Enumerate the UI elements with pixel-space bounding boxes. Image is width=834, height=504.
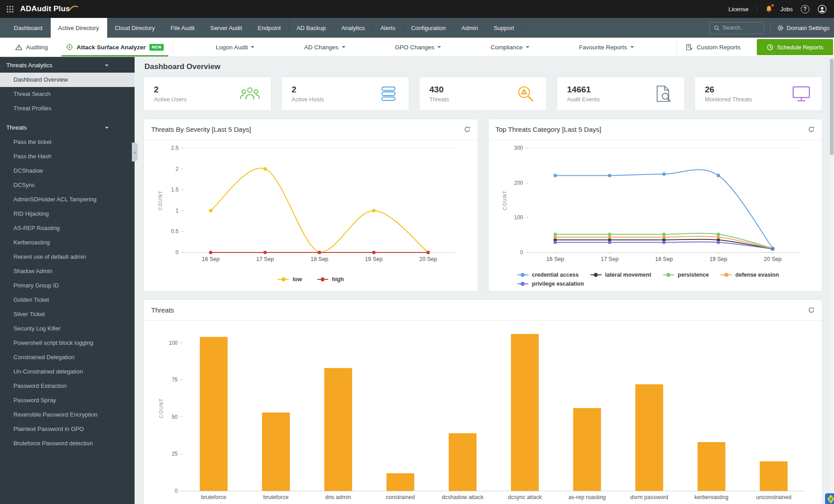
- chevron-down-icon: [105, 65, 109, 68]
- sidebar-item-bruteforce-password-detection[interactable]: Bruteforce Password detection: [0, 436, 135, 451]
- sidebar-item-pass-the-hash[interactable]: Pass the Hash: [0, 149, 135, 164]
- legend-item-low[interactable]: low: [278, 276, 302, 282]
- stat-card-audit-events[interactable]: 14661Audit Events: [557, 77, 685, 111]
- nav-tab-dashboard[interactable]: Dashboard: [6, 18, 51, 38]
- sidebar-section-label: Threats Analytics: [6, 62, 52, 69]
- subnav-menu-gpo-changes[interactable]: GPO Changes: [395, 44, 441, 51]
- sidebar-item-threat-search[interactable]: Threat Search: [0, 87, 135, 101]
- subnav-menu-logon-audit[interactable]: Logon Audit: [216, 44, 254, 51]
- subnav-menu-ad-changes[interactable]: AD Changes: [304, 44, 345, 51]
- legend-label: persistence: [678, 272, 709, 278]
- nav-tab-server-audit[interactable]: Server Audit: [203, 18, 250, 38]
- legend-item-privilege-escalation[interactable]: privilege escalation: [517, 281, 584, 287]
- stat-card-threats[interactable]: 430Threats: [419, 77, 547, 111]
- sidebar-item-dcsync[interactable]: DCSync: [0, 178, 135, 192]
- sidebar-item-primary-group-id[interactable]: Primary Group ID: [0, 278, 135, 293]
- sidebar-item-silver-ticket[interactable]: Silver Ticket: [0, 307, 135, 322]
- threats-refresh-icon[interactable]: [808, 307, 815, 313]
- schedule-reports-label: Schedule Reports: [777, 44, 823, 51]
- severity-refresh-icon[interactable]: [464, 126, 471, 133]
- threats-by-severity-panel: Threats By Severity [Last 5 Days] 00.511…: [144, 119, 478, 291]
- chevron-down-icon: [437, 46, 441, 50]
- custom-reports-button[interactable]: Custom Reports: [677, 38, 750, 56]
- svg-text:bruteforce: bruteforce: [201, 494, 226, 500]
- category-refresh-icon[interactable]: [808, 126, 815, 133]
- user-avatar-icon[interactable]: [817, 4, 827, 14]
- nav-tab-cloud-directory[interactable]: Cloud Directory: [107, 18, 163, 38]
- sidebar-item-plaintext-password-in-gpo[interactable]: Plaintext Password in GPO: [0, 422, 135, 436]
- stat-label: Threats: [429, 96, 449, 103]
- svg-text:kerberoasting: kerberoasting: [694, 494, 729, 500]
- sidebar-item-shadow-admin[interactable]: Shadow Admin: [0, 264, 135, 278]
- sidebar-item-reversible-password-encryption[interactable]: Reversible Password Encryption: [0, 408, 135, 422]
- subnav-menu-favourite-reports[interactable]: Favourite Reports: [579, 44, 633, 51]
- sidebar-nav: Threats AnalyticsDashboard OverviewThrea…: [0, 57, 135, 451]
- search-box[interactable]: [709, 22, 764, 34]
- sidebar-item-security-log-killer[interactable]: Security Log Killer: [0, 322, 135, 336]
- sidebar-section-label: Threats: [6, 124, 27, 131]
- sidebar-section-threats-analytics[interactable]: Threats Analytics: [0, 57, 135, 73]
- sidebar-section-threats[interactable]: Threats: [0, 119, 135, 135]
- svg-text:18 Sep: 18 Sep: [310, 256, 328, 262]
- stat-card-active-hosts[interactable]: 2Active Hosts: [281, 77, 409, 111]
- nav-tab-support[interactable]: Support: [486, 18, 522, 38]
- sidebar-item-pass-the-ticket[interactable]: Pass the ticket: [0, 135, 135, 149]
- schedule-reports-button[interactable]: Schedule Reports: [757, 39, 833, 55]
- topbar-left: ADAudit Plus: [6, 4, 78, 13]
- legend-item-credential-access[interactable]: credential access: [517, 272, 579, 278]
- search-input[interactable]: [723, 25, 760, 31]
- sidebar-item-password-spray[interactable]: Password Spray: [0, 393, 135, 408]
- sidebar-item-rid-hijacking[interactable]: RID Hijacking: [0, 207, 135, 221]
- nav-tab-configuration[interactable]: Configuration: [403, 18, 454, 38]
- legend-label: lateral movement: [605, 272, 651, 278]
- jobs-link[interactable]: Jobs: [781, 6, 793, 13]
- corner-widget-icon[interactable]: [825, 493, 834, 504]
- sidebar-item-as-rep-roasting[interactable]: AS-REP Roasting: [0, 221, 135, 235]
- nav-tab-ad-backup[interactable]: AD Backup: [289, 18, 334, 38]
- nav-tab-alerts[interactable]: Alerts: [373, 18, 403, 38]
- help-icon[interactable]: ?: [801, 5, 809, 13]
- legend-item-lateral-movement[interactable]: lateral movement: [590, 272, 651, 278]
- sidebar-item-constrained-delegation[interactable]: Constrained Delegation: [0, 350, 135, 365]
- legend-item-defense-evasion[interactable]: defense evasion: [720, 272, 779, 278]
- sidebar-item-recent-use-of-default-admin[interactable]: Recent use of default admin: [0, 250, 135, 264]
- sidebar-item-golden-ticket[interactable]: Golden Ticket: [0, 293, 135, 307]
- subnav-menu-compliance[interactable]: Compliance: [491, 44, 529, 51]
- sidebar-item-threat-profiles[interactable]: Threat Profiles: [0, 101, 135, 116]
- sidebar-item-adminsdholder-acl-tampering[interactable]: AdminSDHolder ACL Tampering: [0, 192, 135, 207]
- sidebar-item-dcshadow[interactable]: DCShadow: [0, 164, 135, 178]
- sidebar-item-kerberoasting[interactable]: Kerberoasting: [0, 235, 135, 250]
- scrollbar-thumb[interactable]: [830, 59, 834, 155]
- legend-label: high: [332, 276, 344, 282]
- license-link[interactable]: License: [729, 6, 749, 13]
- app-grid-icon[interactable]: [6, 5, 14, 13]
- sidebar-collapse-handle[interactable]: ‹: [132, 143, 138, 161]
- notifications-bell-icon[interactable]: [765, 5, 773, 13]
- domain-settings-button[interactable]: Domain Settings: [770, 22, 830, 34]
- panel-head: Threats By Severity [Last 5 Days]: [144, 119, 478, 140]
- sidebar-item-un-constrained-delegation[interactable]: Un-Constrained delegation: [0, 365, 135, 379]
- svg-text:COUNT: COUNT: [157, 190, 163, 210]
- stat-card-monitored-threats[interactable]: 26Monitored Threats: [694, 77, 822, 111]
- nav-tab-admin[interactable]: Admin: [454, 18, 486, 38]
- nav-tab-endpoint[interactable]: Endpoint: [250, 18, 289, 38]
- nav-tab-file-audit[interactable]: File Audit: [163, 18, 202, 38]
- panel-head: Threats: [144, 300, 822, 321]
- tab-attack-surface-analyzer[interactable]: Attack Surface Analyzer NEW: [57, 38, 173, 56]
- nav-tab-analytics[interactable]: Analytics: [334, 18, 373, 38]
- audit-events-icon: [654, 85, 673, 103]
- svg-text:constrained: constrained: [386, 494, 415, 500]
- legend-item-persistence[interactable]: persistence: [663, 272, 709, 278]
- stat-card-active-users[interactable]: 2Active Users: [144, 77, 271, 111]
- nav-tab-active-directory[interactable]: Active Directory: [51, 18, 107, 38]
- svg-text:19 Sep: 19 Sep: [709, 256, 727, 262]
- tab-auditing[interactable]: Auditing: [6, 38, 57, 56]
- legend-marker-icon: [517, 283, 528, 285]
- subnav-menu-label: GPO Changes: [395, 44, 434, 51]
- sidebar-item-password-extraction[interactable]: Password Extraction: [0, 379, 135, 393]
- sidebar-item-dashboard-overview[interactable]: Dashboard Overview: [0, 73, 135, 87]
- auditing-icon: [15, 44, 22, 51]
- sidebar-item-powershell-script-block-logging[interactable]: Powershell script block logging: [0, 336, 135, 350]
- threats-bar-panel: Threats 0255075100COUNTbruteforcebrutefo…: [144, 300, 822, 504]
- legend-item-high[interactable]: high: [317, 276, 344, 282]
